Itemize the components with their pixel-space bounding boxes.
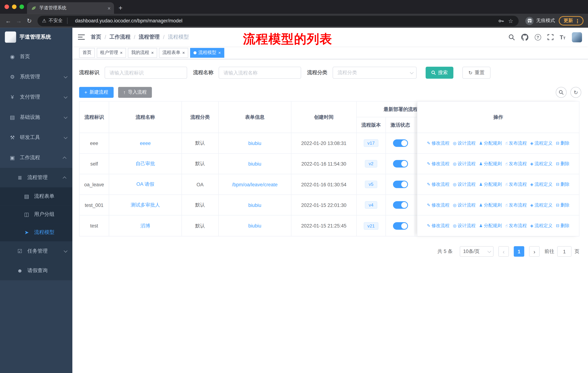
process-name-input[interactable]: [219, 67, 301, 79]
refresh-table-button[interactable]: ↻: [570, 87, 581, 98]
process-key-input[interactable]: [105, 67, 187, 79]
process-name-link[interactable]: 自己审批: [136, 161, 155, 167]
fullscreen-icon[interactable]: [547, 34, 553, 40]
tag-my-process[interactable]: 我的流程 ×: [128, 48, 157, 57]
form-link[interactable]: biubiu: [248, 223, 261, 229]
process-definition-link[interactable]: ◈流程定义: [530, 202, 552, 208]
version-tag[interactable]: v17: [364, 139, 378, 147]
process-definition-link[interactable]: ◈流程定义: [530, 140, 552, 146]
publish-process-link[interactable]: ☝发布流程: [505, 140, 527, 146]
status-toggle[interactable]: [393, 222, 408, 230]
assign-rule-link[interactable]: ♟分配规则: [479, 181, 502, 188]
zoom-window-button[interactable]: [20, 5, 24, 9]
page-number-current[interactable]: 1: [514, 246, 524, 257]
user-avatar[interactable]: [572, 32, 582, 42]
delete-link[interactable]: ⊟删除: [556, 181, 570, 188]
next-page-button[interactable]: ›: [529, 246, 540, 257]
tab-close-icon[interactable]: ×: [107, 5, 111, 11]
create-process-button[interactable]: + 新建流程: [79, 87, 113, 98]
sidebar-item-infrastructure[interactable]: ▤ 基础设施: [0, 107, 72, 127]
search-button[interactable]: 搜索: [426, 67, 453, 79]
prev-page-button[interactable]: ‹: [498, 246, 509, 257]
help-icon[interactable]: ?: [535, 34, 541, 40]
version-tag[interactable]: v2: [365, 160, 377, 168]
process-name-link[interactable]: eeee: [140, 140, 151, 146]
app-logo[interactable]: 芋道管理系统: [0, 28, 72, 46]
address-bar[interactable]: ⚠ 不安全 dashboard.yudao.iocoder.cn/bpm/man…: [38, 15, 519, 26]
breadcrumb-item[interactable]: 首页: [91, 34, 101, 40]
sidebar-item-process-form[interactable]: ▤ 流程表单: [0, 187, 72, 205]
bookmark-star-icon[interactable]: ☆: [506, 16, 515, 26]
modify-process-link[interactable]: ✎修改流程: [427, 202, 450, 208]
sidebar-toggle-hamburger-icon[interactable]: [78, 34, 85, 40]
sidebar-item-dev-tools[interactable]: ⚒ 研发工具: [0, 128, 72, 148]
assign-rule-link[interactable]: ♟分配规则: [479, 202, 502, 208]
back-button[interactable]: ←: [3, 15, 13, 26]
modify-process-link[interactable]: ✎修改流程: [427, 181, 450, 188]
assign-rule-link[interactable]: ♟分配规则: [479, 222, 502, 229]
version-tag[interactable]: v5: [365, 181, 377, 188]
status-toggle[interactable]: [393, 160, 408, 168]
form-link[interactable]: /bpm/oa/leave/create: [232, 181, 278, 187]
sidebar-item-home[interactable]: ◉ 首页: [0, 46, 72, 67]
tag-close-icon[interactable]: ×: [218, 50, 221, 55]
delete-link[interactable]: ⊟删除: [556, 202, 570, 208]
reset-button[interactable]: ↻ 重置: [462, 67, 491, 79]
status-toggle[interactable]: [393, 201, 408, 209]
assign-rule-link[interactable]: ♟分配规则: [479, 161, 502, 167]
modify-process-link[interactable]: ✎修改流程: [427, 222, 450, 229]
tag-close-icon[interactable]: ×: [151, 50, 154, 55]
github-icon[interactable]: [521, 33, 528, 40]
status-toggle[interactable]: [393, 139, 408, 147]
toggle-search-button[interactable]: [556, 87, 567, 98]
new-tab-button[interactable]: +: [118, 5, 123, 11]
search-icon[interactable]: [508, 34, 515, 40]
delete-link[interactable]: ⊟删除: [556, 161, 570, 167]
process-name-link[interactable]: OA 请假: [136, 181, 154, 188]
sidebar-item-payment-management[interactable]: ¥ 支付管理: [0, 87, 72, 107]
design-process-link[interactable]: ◎设计流程: [453, 202, 476, 208]
browser-tab[interactable]: 芋道管理系统 ×: [27, 2, 114, 14]
version-tag[interactable]: v21: [364, 222, 378, 230]
tag-process-form[interactable]: 流程表单 ×: [159, 48, 188, 57]
form-link[interactable]: biubiu: [248, 161, 261, 167]
publish-process-link[interactable]: ☝发布流程: [505, 222, 527, 229]
forward-button[interactable]: →: [13, 15, 24, 26]
status-toggle[interactable]: [393, 181, 408, 188]
sidebar-item-task-management[interactable]: ☑ 任务管理: [0, 241, 72, 261]
tag-tenant-management[interactable]: 租户管理 ×: [97, 48, 126, 57]
security-label[interactable]: 不安全: [49, 18, 68, 24]
delete-link[interactable]: ⊟删除: [556, 222, 570, 229]
sidebar-item-leave-query[interactable]: ☻ 请假查询: [0, 261, 72, 280]
breadcrumb-item[interactable]: 工作流程: [110, 34, 130, 40]
tag-close-icon[interactable]: ×: [182, 50, 185, 55]
process-definition-link[interactable]: ◈流程定义: [530, 222, 552, 229]
process-definition-link[interactable]: ◈流程定义: [530, 161, 552, 167]
url-text[interactable]: dashboard.yudao.iocoder.cn/bpm/manager/m…: [75, 18, 496, 24]
password-key-icon[interactable]: [496, 16, 506, 26]
sidebar-item-user-group[interactable]: ◫ 用户分组: [0, 205, 72, 223]
form-link[interactable]: biubiu: [248, 140, 261, 146]
design-process-link[interactable]: ◎设计流程: [453, 161, 476, 167]
assign-rule-link[interactable]: ♟分配规则: [479, 140, 502, 146]
goto-page-input[interactable]: [557, 246, 571, 257]
sidebar-item-process-model[interactable]: ➤ 流程模型: [0, 223, 72, 241]
reload-button[interactable]: ↻: [24, 15, 35, 26]
modify-process-link[interactable]: ✎修改流程: [427, 161, 450, 167]
close-window-button[interactable]: [5, 5, 9, 9]
page-size-select[interactable]: 10条/页: [460, 246, 494, 257]
font-size-icon[interactable]: TT: [560, 34, 565, 40]
design-process-link[interactable]: ◎设计流程: [453, 222, 476, 229]
sidebar-item-system-management[interactable]: ⚙ 系统管理: [0, 67, 72, 87]
sidebar-item-workflow[interactable]: ▣ 工作流程: [0, 148, 72, 168]
publish-process-link[interactable]: ☝发布流程: [505, 202, 527, 208]
delete-link[interactable]: ⊟删除: [556, 140, 570, 146]
tag-close-icon[interactable]: ×: [120, 50, 123, 55]
browser-menu-kebab-icon[interactable]: ⋮: [575, 18, 580, 24]
publish-process-link[interactable]: ☝发布流程: [505, 181, 527, 188]
process-name-link[interactable]: 滔博: [140, 222, 150, 229]
publish-process-link[interactable]: ☝发布流程: [505, 161, 527, 167]
process-name-link[interactable]: 测试多审批人: [131, 202, 160, 208]
chrome-update-button[interactable]: 更新 ⋮: [559, 16, 584, 25]
form-link[interactable]: biubiu: [248, 202, 261, 208]
